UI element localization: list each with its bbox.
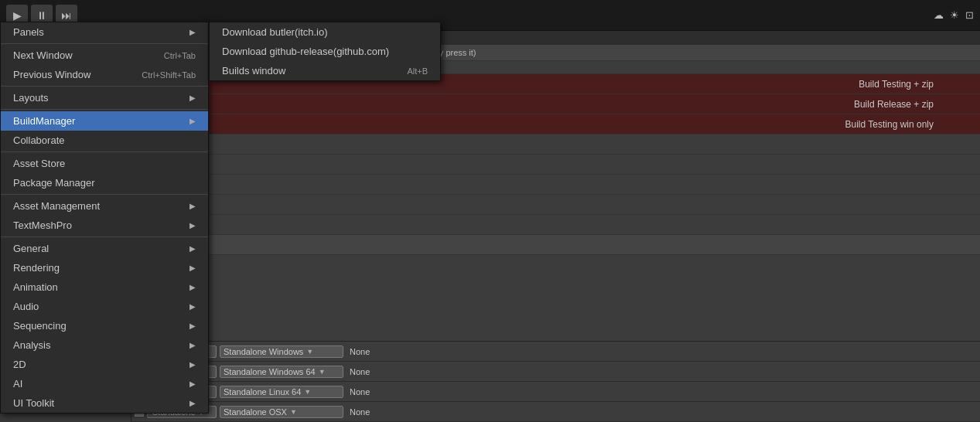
menu-item-collaborate[interactable]: Collaborate <box>1 131 208 150</box>
platform-row-0: None ▼ Standalone Windows ▼ None <box>131 342 980 362</box>
menu-arrow-panels: ▶ <box>190 28 196 36</box>
menu-item-animation-label: Animation <box>13 281 58 293</box>
platform-select-1[interactable]: Standalone Windows 64 ▼ <box>220 366 343 378</box>
partial-row-3: + zip <box>131 175 980 195</box>
chevron-select-3: ▼ <box>290 408 297 416</box>
menu-item-panels-label: Panels <box>13 26 44 38</box>
menu-item-textmeshpro-label: TextMeshPro <box>13 220 72 231</box>
menu-item-ui-toolkit[interactable]: UI Toolkit ▶ <box>1 393 208 413</box>
sun-icon: ☀ <box>950 9 959 21</box>
menu-arrow-layouts: ▶ <box>190 94 196 102</box>
menu-arrow-general: ▶ <box>190 244 196 253</box>
main-area: ce(they red not becouse error, but becou… <box>131 45 980 362</box>
build-row-2-label: Build Release + zip <box>854 99 934 110</box>
menu-item-next-window-shortcut: Ctrl+Tab <box>164 51 196 60</box>
menu-item-2d[interactable]: 2D ▶ <box>1 355 208 374</box>
platform-none-2: None <box>347 387 373 396</box>
cloud-icon: ☁ <box>934 9 944 21</box>
menu-item-ai-label: AI <box>13 378 22 390</box>
partial-row-2: ocal release <box>131 155 980 175</box>
menu-item-panels[interactable]: Panels ▶ <box>1 22 208 42</box>
menu-sep-3 <box>1 109 208 110</box>
menu-sep-4 <box>1 151 208 152</box>
build-section: Build Testing + zip Build Release + zip … <box>131 74 980 134</box>
submenu-builds-window[interactable]: Builds window Alt+B <box>210 61 440 80</box>
menu-item-package-manager-label: Package Manager <box>13 177 95 189</box>
menu-item-rendering[interactable]: Rendering ▶ <box>1 258 208 277</box>
menu-item-asset-store-label: Asset Store <box>13 158 65 169</box>
menu-item-next-window-label: Next Window <box>13 49 73 61</box>
menu-item-next-window[interactable]: Next Window Ctrl+Tab <box>1 46 208 65</box>
partial-row-6: override <box>131 235 980 255</box>
chevron-select-0: ▼ <box>306 348 313 356</box>
chevron-select-2: ▼ <box>304 388 311 396</box>
menu-item-analysis[interactable]: Analysis ▶ <box>1 335 208 355</box>
menu-item-package-manager[interactable]: Package Manager <box>1 173 208 192</box>
platform-section: None ▼ Standalone Windows ▼ None ✓ Stand… <box>131 341 980 422</box>
menu-item-asset-management[interactable]: Asset Management ▶ <box>1 196 208 216</box>
menu-item-layouts[interactable]: Layouts ▶ <box>1 88 208 107</box>
submenu-download-github-label: Download github-release(github.com) <box>222 46 389 57</box>
platform-select-0[interactable]: Standalone Windows ▼ <box>220 345 343 358</box>
submenu-builds-window-shortcut: Alt+B <box>407 66 428 76</box>
menu-arrow-ui-toolkit: ▶ <box>190 399 196 407</box>
menu-sep-6 <box>1 237 208 237</box>
menu-item-buildmanager[interactable]: BuildManager ▶ <box>1 111 208 131</box>
menu-item-2d-label: 2D <box>13 359 26 370</box>
menu-item-general[interactable]: General ▶ <box>1 239 208 258</box>
menu-item-buildmanager-label: BuildManager <box>13 115 75 127</box>
menu-arrow-audio: ▶ <box>190 302 196 311</box>
submenu-download-github[interactable]: Download github-release(github.com) <box>210 42 440 61</box>
menu-item-prev-window-shortcut: Ctrl+Shift+Tab <box>142 70 196 80</box>
menu-sep-2 <box>1 86 208 87</box>
menu-arrow-analysis: ▶ <box>190 341 196 349</box>
menu-item-sequencing-label: Sequencing <box>13 320 67 332</box>
menu-arrow-sequencing: ▶ <box>190 322 196 330</box>
menu-arrow-ai: ▶ <box>190 379 196 388</box>
menu-item-prev-window-label: Previous Window <box>13 69 90 80</box>
partial-row-4: full <box>131 195 980 215</box>
menu-item-layouts-label: Layouts <box>13 92 49 104</box>
menu-item-prev-window[interactable]: Previous Window Ctrl+Shift+Tab <box>1 65 208 84</box>
menu-item-rendering-label: Rendering <box>13 262 60 274</box>
build-row-3-label: Build Testing win only <box>845 119 934 130</box>
menu-item-ui-toolkit-label: UI Toolkit <box>13 397 54 409</box>
build-row-2[interactable]: Build Release + zip <box>131 94 980 114</box>
toolbar-right-icons: ☁ ☀ ⊡ <box>934 9 974 21</box>
menu-arrow-buildmanager: ▶ <box>190 117 196 125</box>
platform-select-3[interactable]: Standalone OSX ▼ <box>220 406 343 418</box>
menu-item-analysis-label: Analysis <box>13 339 50 351</box>
platform-none-3: None <box>347 407 373 417</box>
platform-select-2[interactable]: Standalone Linux 64 ▼ <box>220 386 343 398</box>
menu-item-textmeshpro[interactable]: TextMeshPro ▶ <box>1 216 208 235</box>
menu-item-collaborate-label: Collaborate <box>13 134 65 146</box>
menu-item-asset-management-label: Asset Management <box>13 200 100 212</box>
menu-arrow-textmeshpro: ▶ <box>190 221 196 230</box>
window-menu: Panels ▶ Next Window Ctrl+Tab Previous W… <box>0 22 209 413</box>
menu-item-ai[interactable]: AI ▶ <box>1 374 208 393</box>
menu-item-general-label: General <box>13 243 49 254</box>
menu-item-asset-store[interactable]: Asset Store <box>1 154 208 173</box>
menu-item-animation[interactable]: Animation ▶ <box>1 277 208 297</box>
menu-item-audio-label: Audio <box>13 301 39 312</box>
submenu-download-butler[interactable]: Download butler(itch.io) <box>210 22 440 42</box>
submenu-download-butler-label: Download butler(itch.io) <box>222 26 328 38</box>
platform-row-1: ✓ Standalone ▼ Standalone Windows 64 ▼ N… <box>131 362 980 382</box>
build-row-3[interactable]: Build Testing win only <box>131 114 980 134</box>
menu-arrow-asset-management: ▶ <box>190 202 196 210</box>
partial-row-1: + zip <box>131 134 980 155</box>
chevron-select-1: ▼ <box>319 368 326 376</box>
partial-row-5: win only <box>131 215 980 235</box>
menu-arrow-rendering: ▶ <box>190 264 196 272</box>
submenu-builds-window-label: Builds window <box>222 65 285 77</box>
menu-arrow-animation: ▶ <box>190 283 196 291</box>
menu-item-audio[interactable]: Audio ▶ <box>1 297 208 316</box>
build-row-1-label: Build Testing + zip <box>859 79 934 90</box>
menu-arrow-2d: ▶ <box>190 360 196 369</box>
menu-sep-5 <box>1 194 208 195</box>
platform-row-2: ✓ Standalone ▼ Standalone Linux 64 ▼ Non… <box>131 382 980 402</box>
account-icon: ⊡ <box>965 9 974 21</box>
menu-item-sequencing[interactable]: Sequencing ▶ <box>1 316 208 335</box>
platform-none-1: None <box>347 367 373 376</box>
buildmanager-submenu: Download butler(itch.io) Download github… <box>209 22 441 81</box>
